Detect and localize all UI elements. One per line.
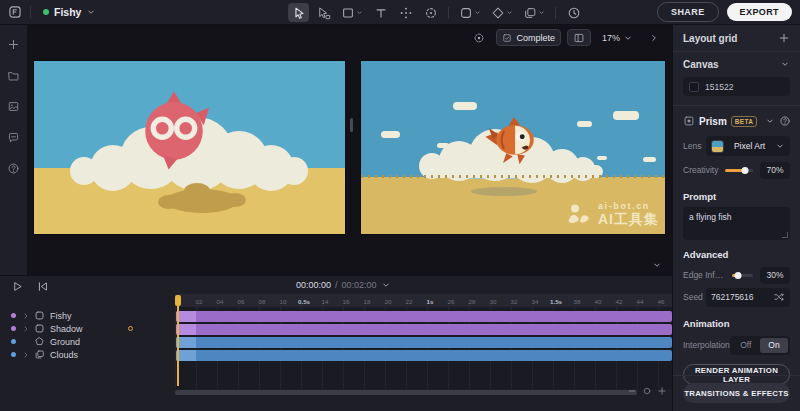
- lens-dropdown[interactable]: Pixel Art: [706, 136, 790, 156]
- playhead[interactable]: [175, 294, 183, 389]
- frame-tool-button[interactable]: [456, 3, 484, 22]
- canvas-section-label: Canvas: [683, 59, 719, 70]
- canvas-section-header[interactable]: Canvas: [683, 52, 790, 76]
- prism-menu-button[interactable]: [795, 115, 800, 127]
- track-bar-shadow[interactable]: [176, 324, 672, 335]
- transitions-effects-button[interactable]: TRANSITIONS & EFFECTS: [683, 383, 790, 403]
- playhead-head[interactable]: [175, 295, 181, 306]
- creativity-slider[interactable]: [725, 165, 753, 175]
- track-bar-ground[interactable]: [176, 337, 672, 348]
- track-area[interactable]: 02040608100.5s14161820221s26283032341.5s…: [175, 294, 672, 389]
- play-button[interactable]: [10, 279, 25, 294]
- app-menu-button[interactable]: [8, 5, 22, 19]
- rectangle-tool-button[interactable]: [338, 3, 366, 22]
- pages-panel-button[interactable]: [567, 29, 591, 46]
- track-bar-clouds[interactable]: [176, 350, 672, 361]
- chevron-right-icon[interactable]: [22, 312, 30, 320]
- transform-icon: [399, 6, 413, 20]
- direct-select-tool-button[interactable]: [313, 3, 334, 22]
- keyframe-indicator[interactable]: [128, 326, 133, 331]
- lens-label: Lens: [683, 141, 701, 151]
- play-icon: [11, 280, 24, 293]
- complete-button[interactable]: Complete: [496, 29, 561, 46]
- folder-icon: [7, 69, 20, 82]
- canvas-color-swatch[interactable]: [689, 82, 699, 92]
- files-button[interactable]: [5, 66, 23, 84]
- prism-section-header[interactable]: Prism BETA: [683, 108, 790, 134]
- help-button[interactable]: [5, 159, 23, 177]
- prompt-textarea[interactable]: a flying fish: [683, 207, 790, 240]
- current-time: 00:00:00: [296, 280, 331, 290]
- prism-help-button[interactable]: [779, 115, 791, 127]
- collapse-panel-button[interactable]: [652, 260, 662, 270]
- help-icon: [7, 162, 20, 175]
- comments-button[interactable]: [5, 128, 23, 146]
- app-logo-icon: [8, 5, 22, 19]
- seed-input[interactable]: 762175616: [706, 288, 790, 307]
- skip-to-start-button[interactable]: [35, 279, 50, 294]
- canvas-workspace[interactable]: Complete 17%: [28, 25, 672, 275]
- interpolation-on-option[interactable]: On: [760, 338, 788, 353]
- creativity-value[interactable]: 70%: [760, 162, 790, 179]
- layout-grid-label: Layout grid: [683, 33, 737, 44]
- fish-shadow: [166, 189, 238, 213]
- chevron-right-icon[interactable]: [22, 325, 30, 333]
- time-display[interactable]: 00:00:00 / 00:02:00: [296, 280, 391, 290]
- prompt-value: a flying fish: [689, 212, 732, 222]
- next-button[interactable]: [644, 29, 664, 46]
- timeline-scrollbar[interactable]: [175, 390, 637, 395]
- record-button[interactable]: [468, 29, 490, 46]
- frame-resize-handle[interactable]: [350, 118, 353, 132]
- add-layout-grid-button[interactable]: [778, 32, 790, 44]
- toolbar-divider: [448, 7, 449, 19]
- watermark: ai-bot.cn AI工具集: [566, 201, 659, 229]
- frame-icon: [34, 310, 45, 321]
- chevron-down-icon: [652, 260, 662, 270]
- new-item-button[interactable]: [5, 35, 23, 53]
- top-bar: Fishy SHARE EXPORT: [0, 0, 800, 25]
- chevron-right-icon[interactable]: [22, 351, 30, 359]
- ruler-tick: 20: [385, 298, 392, 305]
- export-button[interactable]: EXPORT: [727, 3, 792, 21]
- track-bar-fishy[interactable]: [176, 311, 672, 322]
- edge-influence-value[interactable]: 30%: [760, 267, 790, 284]
- cursorNode-icon: [317, 6, 331, 20]
- share-button[interactable]: SHARE: [657, 2, 719, 22]
- layer-row-ground[interactable]: Ground: [0, 335, 175, 348]
- select-tool-button[interactable]: [288, 3, 309, 22]
- layer-name: Shadow: [50, 324, 83, 334]
- assets-button[interactable]: [5, 97, 23, 115]
- ruler-tick: 22: [406, 298, 413, 305]
- layer-row-shadow[interactable]: Shadow: [0, 322, 175, 335]
- canvas-frame-rendered[interactable]: ai-bot.cn AI工具集: [360, 60, 666, 235]
- creativity-slider-knob[interactable]: [741, 167, 748, 174]
- edge-slider-knob[interactable]: [735, 272, 742, 279]
- layer-row-clouds[interactable]: Clouds: [0, 348, 175, 361]
- seed-value: 762175616: [711, 292, 769, 302]
- rotate-tool-button[interactable]: [420, 3, 441, 22]
- interpolation-off-option[interactable]: Off: [732, 338, 760, 353]
- timeline-ruler[interactable]: 02040608100.5s14161820221s26283032341.5s…: [175, 294, 672, 307]
- layer-shape-tool-button[interactable]: [520, 3, 548, 22]
- ruler-tick: 14: [322, 298, 329, 305]
- project-menu[interactable]: Fishy: [39, 4, 100, 20]
- chevron-down-icon: [474, 9, 481, 16]
- text-tool-button[interactable]: [370, 3, 391, 22]
- symbol-tool-button[interactable]: [488, 3, 516, 22]
- zoom-level-button[interactable]: 17%: [597, 29, 638, 46]
- randomize-seed-button[interactable]: [773, 291, 785, 303]
- edge-influence-slider[interactable]: [732, 270, 753, 280]
- timeline-zoom-out-button[interactable]: [626, 385, 638, 397]
- resize-handle-icon[interactable]: [782, 232, 788, 238]
- timeline-zoom-controls: [626, 385, 668, 397]
- timeline-zoom-fit-button[interactable]: [641, 385, 653, 397]
- history-button[interactable]: [563, 3, 584, 22]
- canvas-frame-source[interactable]: [33, 60, 346, 235]
- transform-tool-button[interactable]: [395, 3, 416, 22]
- layer-row-fishy[interactable]: Fishy: [0, 309, 175, 322]
- canvas-color-field[interactable]: 151522: [683, 77, 790, 96]
- lens-row: Lens Pixel Art: [683, 134, 790, 158]
- ruler-tick: 16: [343, 298, 350, 305]
- timeline-zoom-in-button[interactable]: [656, 385, 668, 397]
- chevron-down-icon[interactable]: [765, 116, 775, 126]
